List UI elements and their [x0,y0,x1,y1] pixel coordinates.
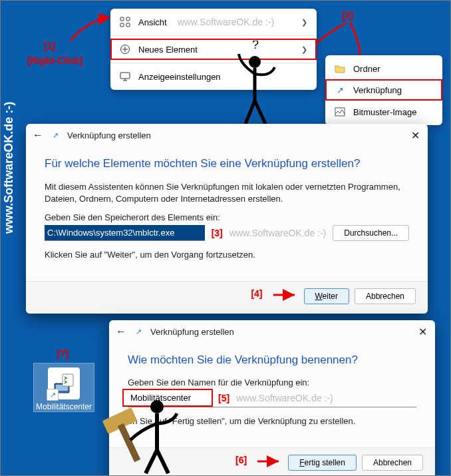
finish-button[interactable]: Fertig stellenFertig stellen [288,455,357,471]
annot-1-sub: [Right-Click] [27,55,82,66]
shortcut-arrow-icon: ↗ [133,326,144,337]
back-icon[interactable]: ← [116,326,126,338]
close-icon[interactable]: ✕ [411,129,420,142]
cancel-button[interactable]: Abbrechen [362,455,423,471]
context-menu: Ansicht www.SoftwareOK.de :-) ❯ Neues El… [110,9,317,90]
annot-7: [7] [57,348,69,359]
submenu-folder[interactable]: Ordner [325,58,442,79]
shortcut-icon-box: ↗ [48,367,80,399]
submenu-shortcut-label: Verknüpfung [353,85,402,95]
dialog-create-shortcut-step1: ✕ ← ↗ Verknüpfung erstellen Für welche E… [26,124,428,314]
context-submenu-new: Ordner ↗ Verknüpfung Bitmuster-Image [325,55,442,125]
shortcut-name-input[interactable] [128,390,208,405]
location-input[interactable] [45,225,205,241]
dialog2-heading: Wie möchten Sie die Verknüpfung benennen… [128,354,416,367]
submenu-bitmap-label: Bitmuster-Image [353,107,416,117]
svg-rect-5 [120,73,130,79]
ctx-new-element[interactable]: Neues Element ❯ [110,39,317,60]
annot-1: [1] [44,41,55,51]
ctx-new-label: Neues Element [138,45,198,55]
svg-rect-1 [126,17,130,21]
dialog2-hint: en Sie auf "Fertig stellen", um die Verk… [128,415,416,427]
image-icon [335,107,345,117]
desktop-shortcut-mobility[interactable]: ↗ Mobilitätscenter [34,363,94,411]
ctx-display-settings[interactable]: Anzeigeeinstellungen [110,66,317,87]
chevron-right-icon: ❯ [301,45,307,54]
annot-5: [5] [218,393,229,403]
close-icon[interactable]: ✕ [418,326,427,338]
submenu-bitmap[interactable]: Bitmuster-Image [325,101,442,122]
dialog2-titlebar: ← ↗ Verknüpfung erstellen [109,320,435,343]
submenu-folder-label: Ordner [353,64,380,74]
dialog2-label: Geben Sie den Namen für die Verknüpfung … [128,377,416,387]
svg-rect-2 [120,23,124,27]
annot-3: [3] [212,228,223,238]
red-arrow-6 [256,455,283,468]
watermark-inline: www.SoftwareOK.de :-) [178,17,275,27]
shortcut-arrow-icon: ↗ [335,85,345,95]
back-icon[interactable]: ← [33,129,43,141]
watermark-inline: www.SoftwareOK.de :-) [229,228,327,238]
dialog1-title: Verknüpfung erstellen [67,130,151,140]
watermark-vertical: www.SoftwareOK.de :-) [2,102,16,234]
ctx-separator [110,63,317,63]
ctx-display-label: Anzeigeeinstellungen [138,72,221,82]
folder-icon [335,63,345,74]
submenu-shortcut[interactable]: ↗ Verknüpfung [325,79,442,101]
red-arrow-4 [272,288,299,302]
cancel-button[interactable]: Abbrechen [355,288,416,304]
shortcut-arrow-icon: ↗ [50,130,61,140]
watermark-inline: www.SoftwareOK.de :-) [236,393,333,403]
dialog1-hint: Klicken Sie auf "Weiter", um den Vorgang… [45,249,409,261]
desktop-shortcut-label: Mobilitätscenter [34,402,94,411]
next-button[interactable]: WWeitereiter [304,288,349,304]
chevron-right-icon: ❯ [301,18,307,27]
dialog1-intro: Mit diesem Assistenten können Sie Verknü… [45,181,409,204]
dialog-create-shortcut-step2: ✕ ← ↗ Verknüpfung erstellen Wie möchten … [109,320,435,476]
dialog1-label: Geben Sie den Speicherort des Elements e… [45,212,409,222]
annot-2: [2] [342,10,353,21]
plus-circle-icon [120,44,130,55]
dialog1-heading: Für welche Elemente möchten Sie eine Ver… [45,157,409,170]
annot-4: [4] [251,288,262,304]
shortcut-overlay-icon: ↗ [47,389,59,401]
dialog1-titlebar: ← ↗ Verknüpfung erstellen [26,124,428,146]
svg-rect-13 [63,374,73,386]
browse-button[interactable]: Durchsuchen... [333,225,409,241]
dialog2-title: Verknüpfung erstellen [150,327,234,337]
ctx-view-label: Ansicht [138,17,167,27]
ctx-view[interactable]: Ansicht www.SoftwareOK.de :-) ❯ [110,11,317,33]
svg-rect-3 [126,23,130,27]
annot-6: [6] [235,455,247,471]
ctx-separator [110,35,317,36]
display-icon [120,71,130,82]
grid-icon [120,17,130,27]
svg-rect-0 [120,17,124,21]
